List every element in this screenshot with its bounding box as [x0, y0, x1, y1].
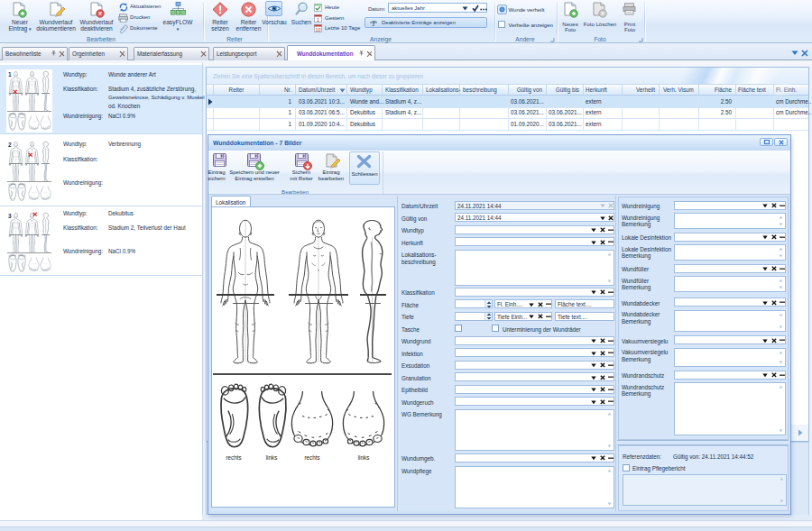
svg-text:1: 1: [317, 16, 319, 22]
svg-text:T: T: [371, 19, 376, 28]
svg-text:10: 10: [316, 27, 321, 32]
